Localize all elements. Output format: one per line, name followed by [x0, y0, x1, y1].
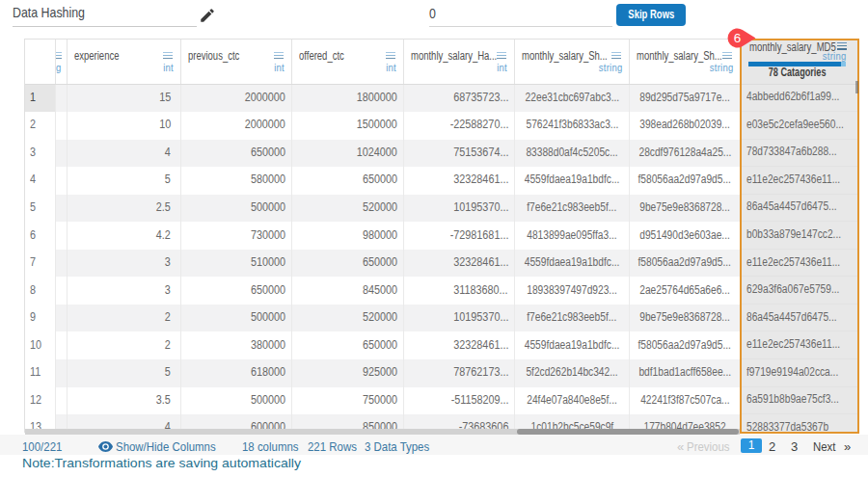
- svg-text:6: 6: [734, 31, 742, 45]
